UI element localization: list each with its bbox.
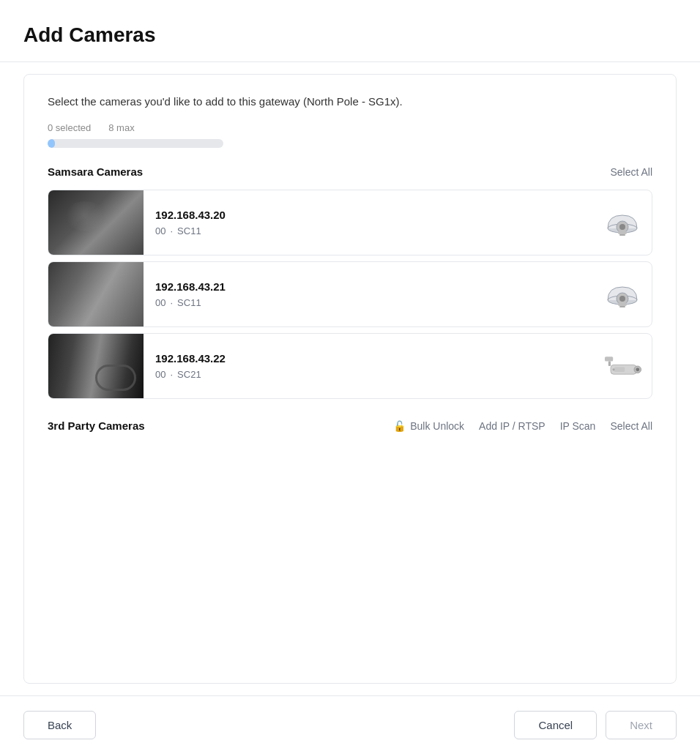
bulk-unlock-button[interactable]: 🔓 Bulk Unlock [393, 420, 464, 432]
camera-details-3: 00 · SC21 [155, 369, 581, 380]
svg-rect-5 [619, 234, 625, 236]
camera-model-2: SC11 [177, 297, 201, 308]
camera-thumbnail-2 [48, 262, 144, 326]
footer: Back Cancel Next [0, 695, 700, 754]
camera-icon-area-2 [593, 271, 652, 318]
svg-rect-13 [608, 362, 611, 366]
samsara-select-all-button[interactable]: Select All [610, 166, 652, 178]
camera-info-3: 192.168.43.22 00 · SC21 [144, 343, 593, 389]
camera-dot-3: · [170, 369, 173, 380]
next-button[interactable]: Next [606, 711, 677, 739]
add-ip-rtsp-button[interactable]: Add IP / RTSP [479, 420, 546, 432]
page-title: Add Cameras [23, 23, 677, 47]
camera-icon-area-3 [593, 343, 652, 389]
camera-info-2: 192.168.43.21 00 · SC11 [144, 272, 593, 317]
svg-rect-12 [605, 357, 613, 361]
progress-labels: 0 selected 8 max [48, 122, 652, 133]
page-container: Add Cameras Select the cameras you'd lik… [0, 0, 700, 754]
third-party-section-header: 3rd Party Cameras 🔓 Bulk Unlock Add IP /… [48, 419, 652, 432]
third-party-section-title: 3rd Party Cameras [48, 419, 145, 432]
camera-details-2: 00 · SC11 [155, 297, 581, 308]
samsara-section-title: Samsara Cameras [48, 165, 143, 178]
camera-info-1: 192.168.43.20 00 · SC11 [144, 200, 593, 245]
svg-point-16 [636, 367, 639, 371]
max-label: 8 max [108, 122, 134, 133]
camera-id-1: 00 [155, 225, 165, 236]
dome-camera-icon-1 [602, 205, 643, 240]
camera-ip-1: 192.168.43.20 [155, 209, 581, 221]
camera-model-3: SC21 [177, 369, 201, 380]
footer-right-buttons: Cancel Next [514, 711, 677, 739]
ip-scan-label: IP Scan [560, 420, 596, 432]
camera-item[interactable]: 192.168.43.21 00 · SC11 [48, 261, 652, 327]
third-party-select-all-button[interactable]: Select All [610, 420, 652, 432]
camera-ip-2: 192.168.43.21 [155, 280, 581, 293]
ip-scan-button[interactable]: IP Scan [560, 420, 596, 432]
camera-list: 192.168.43.20 00 · SC11 [48, 190, 652, 399]
svg-point-18 [612, 368, 614, 370]
bullet-camera-icon [599, 348, 646, 384]
svg-rect-17 [614, 367, 625, 372]
bulk-unlock-label: Bulk Unlock [410, 420, 464, 432]
lock-icon: 🔓 [393, 420, 406, 432]
svg-rect-11 [619, 306, 625, 307]
samsara-section-header: Samsara Cameras Select All [48, 165, 652, 178]
camera-item[interactable]: 192.168.43.20 00 · SC11 [48, 190, 652, 255]
camera-item[interactable]: 192.168.43.22 00 · SC21 [48, 333, 652, 399]
camera-icon-area-1 [593, 199, 652, 246]
third-party-section-actions: 🔓 Bulk Unlock Add IP / RTSP IP Scan Sele… [393, 420, 652, 432]
selected-label: 0 selected [48, 122, 91, 133]
main-content: Select the cameras you'd like to add to … [23, 74, 677, 684]
page-header: Add Cameras [0, 0, 700, 61]
camera-dot-2: · [170, 297, 173, 308]
camera-thumbnail-3 [48, 334, 144, 398]
camera-id-2: 00 [155, 297, 165, 308]
camera-thumbnail-1 [48, 190, 144, 255]
cancel-button[interactable]: Cancel [514, 711, 597, 739]
svg-point-9 [619, 296, 625, 302]
svg-rect-10 [618, 303, 627, 306]
add-ip-rtsp-label: Add IP / RTSP [479, 420, 546, 432]
svg-point-3 [619, 224, 625, 230]
camera-ip-3: 192.168.43.22 [155, 352, 581, 365]
back-button[interactable]: Back [23, 711, 96, 739]
progress-bar-fill [48, 139, 55, 148]
camera-model-1: SC11 [177, 225, 201, 236]
progress-bar-container [48, 139, 223, 148]
camera-dot-1: · [170, 225, 173, 236]
dome-camera-icon-2 [602, 277, 643, 312]
camera-id-3: 00 [155, 369, 165, 380]
svg-rect-4 [618, 231, 627, 234]
progress-section: 0 selected 8 max [48, 122, 652, 148]
description-text: Select the cameras you'd like to add to … [48, 95, 652, 108]
camera-details-1: 00 · SC11 [155, 225, 581, 236]
